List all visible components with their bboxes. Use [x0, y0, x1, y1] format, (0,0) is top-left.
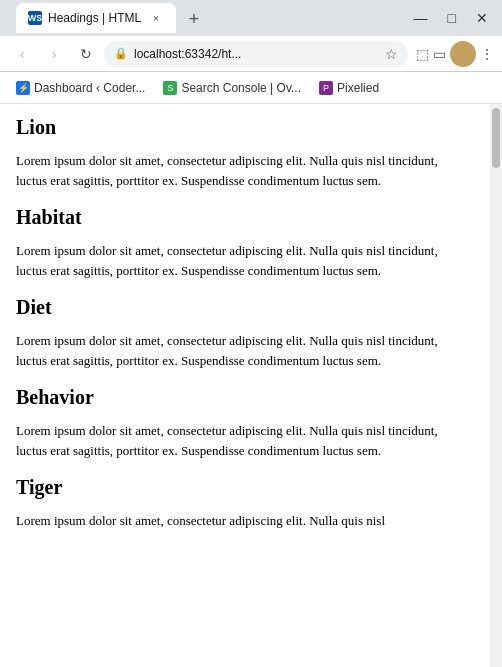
bookmark-favicon-pixelied: P [319, 81, 333, 95]
new-tab-button[interactable]: + [180, 5, 208, 33]
paragraph-habitat: Lorem ipsum dolor sit amet, consectetur … [16, 241, 470, 280]
maximize-button[interactable]: □ [442, 8, 462, 28]
title-bar: WS Headings | HTML × + — □ ✕ [0, 0, 502, 36]
bookmark-label-search-console: Search Console | Ov... [181, 81, 301, 95]
bookmark-favicon-search-console: S [163, 81, 177, 95]
forward-button[interactable]: › [40, 40, 68, 68]
tab-close-button[interactable]: × [148, 10, 164, 26]
heading-lion: Lion [16, 116, 470, 139]
nav-extras: ⬚ ▭ ⋮ [416, 41, 494, 67]
address-text: localhost:63342/ht... [134, 47, 379, 61]
scrollbar-thumb[interactable] [492, 108, 500, 168]
bookmark-item-search-console[interactable]: S Search Console | Ov... [155, 78, 309, 98]
scrollbar[interactable] [490, 104, 502, 667]
tab-favicon: WS [28, 11, 42, 25]
back-button[interactable]: ‹ [8, 40, 36, 68]
paragraph-lion: Lorem ipsum dolor sit amet, consectetur … [16, 151, 470, 190]
menu-icon[interactable]: ⋮ [480, 46, 494, 62]
bookmark-item-dashboard[interactable]: ⚡ Dashboard ‹ Coder... [8, 78, 153, 98]
tab-bar: WS Headings | HTML × + [8, 3, 216, 33]
bookmark-label-dashboard: Dashboard ‹ Coder... [34, 81, 145, 95]
heading-tiger: Tiger [16, 476, 470, 499]
cast-icon[interactable]: ▭ [433, 46, 446, 62]
bookmark-favicon-dashboard: ⚡ [16, 81, 30, 95]
bookmark-star-icon[interactable]: ☆ [385, 46, 398, 62]
page-content: Lion Lorem ipsum dolor sit amet, consect… [0, 104, 502, 667]
content-area: Lion Lorem ipsum dolor sit amet, consect… [16, 116, 486, 531]
active-tab[interactable]: WS Headings | HTML × [16, 3, 176, 33]
heading-behavior: Behavior [16, 386, 470, 409]
heading-diet: Diet [16, 296, 470, 319]
refresh-button[interactable]: ↻ [72, 40, 100, 68]
extensions-icon[interactable]: ⬚ [416, 46, 429, 62]
tab-title: Headings | HTML [48, 11, 142, 25]
address-bar[interactable]: 🔒 localhost:63342/ht... ☆ [104, 41, 408, 67]
nav-bar: ‹ › ↻ 🔒 localhost:63342/ht... ☆ ⬚ ▭ ⋮ [0, 36, 502, 72]
bookmark-item-pixelied[interactable]: P Pixelied [311, 78, 387, 98]
paragraph-diet: Lorem ipsum dolor sit amet, consectetur … [16, 331, 470, 370]
window-controls: — □ ✕ [408, 8, 494, 28]
browser-window: WS Headings | HTML × + — □ ✕ ‹ › ↻ 🔒 loc… [0, 0, 502, 667]
lock-icon: 🔒 [114, 47, 128, 60]
paragraph-tiger: Lorem ipsum dolor sit amet, consectetur … [16, 511, 470, 531]
paragraph-behavior: Lorem ipsum dolor sit amet, consectetur … [16, 421, 470, 460]
bookmarks-bar: ⚡ Dashboard ‹ Coder... S Search Console … [0, 72, 502, 104]
close-button[interactable]: ✕ [470, 8, 494, 28]
minimize-button[interactable]: — [408, 8, 434, 28]
bookmark-label-pixelied: Pixelied [337, 81, 379, 95]
heading-habitat: Habitat [16, 206, 470, 229]
profile-avatar[interactable] [450, 41, 476, 67]
